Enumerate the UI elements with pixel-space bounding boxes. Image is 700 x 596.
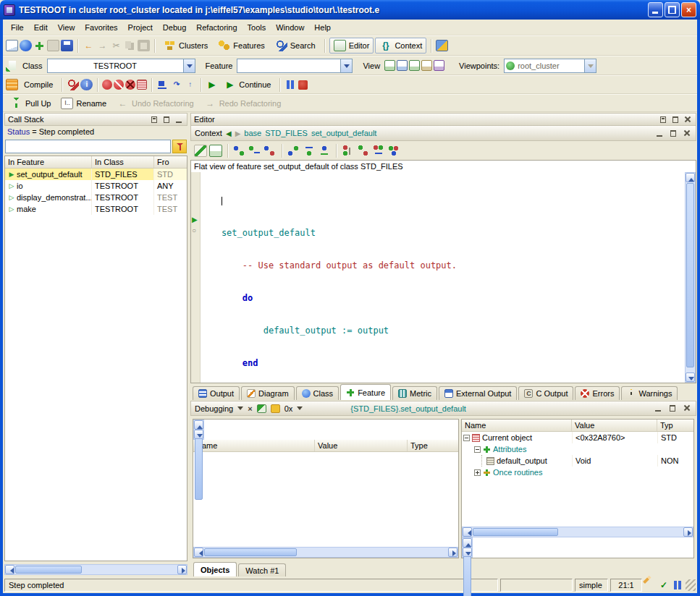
scroll-down-arrow-icon[interactable] bbox=[194, 430, 203, 439]
info-icon[interactable]: i bbox=[80, 79, 93, 90]
class-input[interactable] bbox=[48, 61, 183, 70]
show-callers-icon[interactable] bbox=[233, 145, 246, 157]
scroll-track[interactable] bbox=[14, 565, 177, 574]
cut-icon[interactable]: ✂ bbox=[110, 40, 122, 51]
scroll-up-arrow-icon[interactable] bbox=[686, 173, 695, 182]
step-out-icon[interactable]: ↑ bbox=[184, 79, 196, 90]
maximize-context-icon[interactable] bbox=[668, 129, 678, 138]
basic-view-icon[interactable] bbox=[384, 60, 395, 71]
call-stack-horizontal-scrollbar[interactable] bbox=[4, 564, 187, 575]
scroll-down-arrow-icon[interactable] bbox=[463, 548, 472, 557]
objects-horizontal-scrollbar[interactable] bbox=[462, 527, 693, 537]
edit-feature-icon[interactable] bbox=[194, 145, 207, 157]
column-value[interactable]: Value bbox=[315, 440, 408, 451]
save-icon[interactable] bbox=[47, 40, 59, 51]
call-stack-row[interactable]: ▷make TESTROOT TEST bbox=[5, 203, 187, 215]
tab-errors[interactable]: Errors bbox=[575, 386, 620, 400]
open-file-icon[interactable] bbox=[20, 40, 32, 51]
viewpoints-combobox[interactable]: root_cluster bbox=[504, 59, 596, 73]
scroll-down-arrow-icon[interactable] bbox=[686, 372, 695, 382]
external-editor-icon[interactable] bbox=[436, 40, 448, 51]
compile-icon[interactable] bbox=[6, 79, 18, 90]
column-type[interactable]: Typ bbox=[657, 420, 693, 431]
show-callees-icon[interactable] bbox=[248, 145, 261, 157]
editor-vertical-scrollbar[interactable] bbox=[685, 172, 696, 383]
show-ancestor-versions-icon[interactable] bbox=[342, 145, 355, 157]
watch-grid-rows[interactable] bbox=[193, 452, 458, 547]
debugging-menu-caret-icon[interactable] bbox=[237, 406, 243, 413]
pause-icon[interactable] bbox=[284, 79, 297, 90]
collapse-icon[interactable] bbox=[463, 435, 470, 441]
debug-search-icon[interactable] bbox=[67, 79, 79, 90]
tree-row[interactable]: Once routines bbox=[462, 467, 693, 478]
contract-view-icon[interactable] bbox=[421, 60, 432, 71]
breadcrumb-class[interactable]: STD_FILES bbox=[265, 129, 308, 137]
title-bar[interactable]: TESTROOT in cluster root_cluster located… bbox=[0, 0, 700, 20]
expand-icon[interactable] bbox=[474, 469, 481, 476]
close-editor-icon[interactable] bbox=[683, 115, 693, 124]
show-assigners-icon[interactable] bbox=[263, 145, 277, 157]
call-stack-row[interactable]: ▷io TESTROOT ANY bbox=[5, 180, 187, 192]
scroll-thumb[interactable] bbox=[204, 548, 297, 556]
scroll-right-arrow-icon[interactable] bbox=[448, 548, 457, 557]
feature-dropdown-arrow-icon[interactable] bbox=[340, 59, 352, 72]
scroll-left-arrow-icon[interactable] bbox=[194, 548, 203, 557]
scroll-track[interactable] bbox=[203, 548, 448, 557]
tab-c-output[interactable]: CC Output bbox=[518, 386, 573, 400]
minimize-debugging-icon[interactable] bbox=[653, 404, 663, 413]
class-combobox[interactable] bbox=[47, 59, 195, 73]
menu-debug[interactable]: Debug bbox=[158, 22, 191, 33]
compile-button[interactable]: Compile bbox=[20, 78, 57, 91]
column-value[interactable]: Value bbox=[572, 420, 657, 431]
maximize-debugging-icon[interactable] bbox=[667, 404, 678, 413]
float-editor-icon[interactable] bbox=[658, 115, 668, 124]
float-panel-icon[interactable] bbox=[149, 115, 159, 124]
context-back-icon[interactable]: ◀ bbox=[226, 129, 232, 137]
add-item-icon[interactable] bbox=[33, 40, 46, 51]
undo-icon[interactable]: ← bbox=[83, 40, 95, 51]
menu-view[interactable]: View bbox=[53, 22, 80, 33]
tab-metric[interactable]: Metric bbox=[392, 386, 437, 400]
breakpoint-slot-icon[interactable]: ○ bbox=[192, 226, 196, 234]
objects-vertical-scrollbar[interactable] bbox=[462, 537, 473, 558]
show-assignees-icon[interactable] bbox=[287, 145, 300, 157]
feature-combobox[interactable] bbox=[237, 59, 353, 73]
scroll-track[interactable] bbox=[686, 182, 695, 372]
call-stack-row[interactable]: ▶set_output_default STD_FILES STD bbox=[5, 169, 187, 180]
menu-file[interactable]: File bbox=[6, 22, 29, 33]
pull-up-button[interactable]: Pull Up bbox=[6, 95, 55, 111]
hex-format-caret-icon[interactable] bbox=[297, 406, 303, 413]
new-tab-icon[interactable] bbox=[6, 60, 18, 72]
scroll-thumb[interactable] bbox=[473, 528, 558, 536]
column-from[interactable]: Fro bbox=[154, 156, 187, 168]
feature-input[interactable] bbox=[237, 61, 340, 70]
tree-row[interactable]: default_output Void NON bbox=[462, 455, 693, 467]
call-stack-header[interactable]: Call Stack bbox=[4, 113, 187, 126]
breadcrumb-library[interactable]: base bbox=[244, 129, 261, 137]
class-dropdown-arrow-icon[interactable] bbox=[183, 59, 195, 72]
maximize-button[interactable] bbox=[665, 2, 680, 17]
clickable-view-icon[interactable] bbox=[397, 60, 408, 71]
redo-refactoring-button[interactable]: → Redo Refactoring bbox=[200, 95, 286, 111]
debugging-header[interactable]: Debugging × 0x {STD_FILES}.set_output_de… bbox=[190, 401, 696, 416]
redo-icon[interactable]: → bbox=[96, 40, 109, 51]
show-implementers-icon[interactable] bbox=[372, 145, 385, 157]
column-in-class[interactable]: In Class bbox=[92, 156, 154, 168]
continue-button[interactable]: ▶ Continue bbox=[219, 77, 275, 93]
scroll-left-arrow-icon[interactable] bbox=[5, 565, 14, 574]
open-in-new-window-icon[interactable] bbox=[209, 145, 222, 157]
watch-vertical-scrollbar[interactable] bbox=[193, 420, 204, 440]
minimize-button[interactable] bbox=[648, 2, 663, 17]
tab-feature[interactable]: Feature bbox=[340, 384, 391, 400]
hex-format-label[interactable]: 0x bbox=[284, 404, 293, 413]
scroll-right-arrow-icon[interactable] bbox=[683, 527, 693, 537]
code-area[interactable]: set_output_default -- Use standard outpu… bbox=[201, 172, 685, 383]
scroll-thumb[interactable] bbox=[686, 183, 694, 367]
minimize-panel-icon[interactable] bbox=[174, 115, 184, 124]
disable-breakpoints-icon[interactable] bbox=[114, 80, 124, 90]
tab-class[interactable]: Class bbox=[296, 386, 340, 400]
scroll-up-arrow-icon[interactable] bbox=[194, 420, 203, 430]
show-homonyms-icon[interactable] bbox=[387, 145, 400, 157]
tab-warnings[interactable]: Warnings bbox=[621, 386, 678, 400]
breakpoints-tool-icon[interactable] bbox=[137, 80, 147, 90]
